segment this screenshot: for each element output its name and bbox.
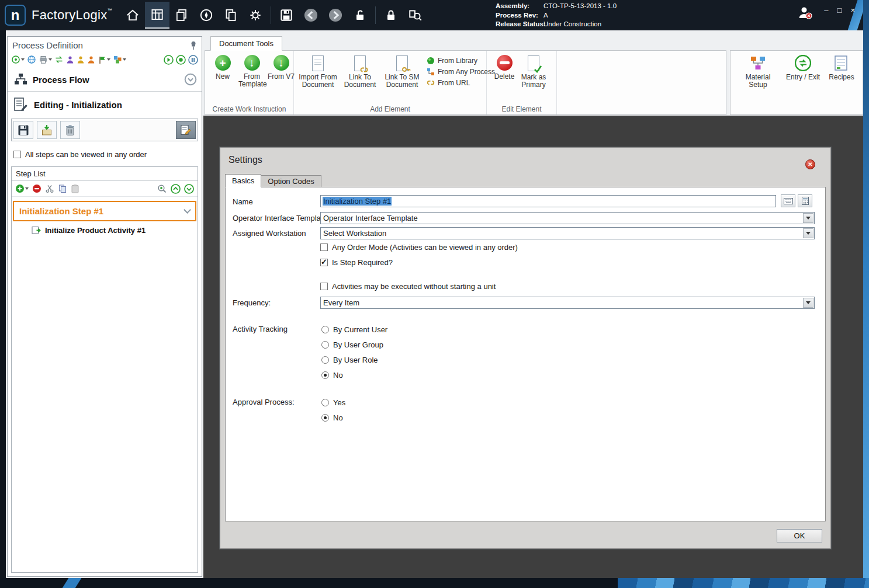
recipes-button[interactable]: Recipes bbox=[827, 55, 856, 105]
keypad-button[interactable] bbox=[798, 194, 812, 207]
from-v7-button[interactable]: ↓ From V7 bbox=[266, 55, 296, 81]
download-circle-icon: ↓ bbox=[273, 55, 289, 71]
settings-tabs: Basics Option Codes bbox=[225, 174, 321, 187]
ok-button[interactable]: OK bbox=[777, 529, 822, 542]
dropdown-arrow-icon[interactable] bbox=[803, 298, 813, 308]
documents-icon[interactable] bbox=[219, 2, 243, 29]
step-item-initialization[interactable]: Initialization Step #1 bbox=[13, 201, 196, 221]
assigned-workstation-combobox[interactable]: Select Workstation bbox=[320, 227, 815, 239]
approval-yes-radio[interactable] bbox=[321, 399, 329, 406]
any-order-mode-checkbox[interactable] bbox=[320, 243, 328, 251]
material-setup-button[interactable]: Material Setup bbox=[737, 55, 779, 105]
dropdown-arrow-icon[interactable] bbox=[803, 213, 813, 223]
dropdown-arrow-icon[interactable] bbox=[803, 228, 813, 238]
unlock-icon[interactable] bbox=[348, 2, 372, 29]
user-purple-icon[interactable] bbox=[66, 54, 74, 65]
save-icon[interactable] bbox=[274, 2, 299, 29]
dialog-close-icon[interactable]: ✕ bbox=[805, 159, 815, 169]
edit-work-instruction-button[interactable] bbox=[176, 121, 196, 139]
activity-by-user-role-radio[interactable] bbox=[321, 356, 329, 364]
view-options-icon[interactable] bbox=[11, 54, 25, 65]
operator-interface-template-combobox[interactable]: Operator Interface Template bbox=[320, 212, 815, 224]
new-button[interactable]: + New bbox=[208, 55, 237, 81]
print-icon[interactable] bbox=[39, 54, 52, 65]
chevron-down-icon[interactable] bbox=[184, 206, 191, 214]
play-circle-icon[interactable] bbox=[164, 54, 174, 65]
sync-icon[interactable] bbox=[54, 54, 64, 65]
cube-icon[interactable] bbox=[113, 54, 126, 65]
entry-exit-icon bbox=[795, 55, 811, 71]
home-icon[interactable] bbox=[120, 2, 145, 29]
delete-element-button[interactable]: Delete bbox=[490, 55, 519, 81]
activity-by-user-group-radio[interactable] bbox=[321, 341, 329, 349]
globe-icon[interactable] bbox=[27, 54, 36, 65]
save-step-button[interactable] bbox=[13, 121, 33, 139]
move-up-icon[interactable] bbox=[171, 183, 181, 194]
editing-item: Editing - Initialization bbox=[8, 91, 202, 117]
pause-circle-icon[interactable] bbox=[188, 54, 198, 65]
link-to-document-button[interactable]: Link To Document bbox=[339, 55, 381, 89]
frequency-value: Every Item bbox=[323, 298, 359, 307]
import-step-button[interactable] bbox=[37, 121, 57, 139]
from-url-button[interactable]: From URL bbox=[427, 79, 495, 87]
forward-icon[interactable] bbox=[323, 2, 348, 29]
activity-by-current-user-radio[interactable] bbox=[321, 326, 329, 333]
gear-icon[interactable] bbox=[243, 2, 268, 29]
group-caption: Create Work Instruction bbox=[205, 105, 293, 113]
add-step-icon[interactable] bbox=[15, 183, 29, 194]
process-stack-icon[interactable] bbox=[169, 2, 194, 29]
titlebar-toolbar bbox=[120, 0, 428, 30]
approval-no-label: No bbox=[333, 413, 343, 422]
from-template-button[interactable]: ↓ From Template bbox=[237, 55, 266, 88]
close-button[interactable]: × bbox=[850, 6, 855, 15]
minimize-button[interactable]: – bbox=[824, 6, 828, 15]
keyboard-button[interactable] bbox=[781, 194, 795, 207]
cut-icon[interactable] bbox=[45, 183, 54, 194]
compass-icon[interactable] bbox=[194, 2, 219, 29]
mark-as-primary-button[interactable]: Mark as Primary bbox=[519, 55, 548, 89]
entry-exit-button[interactable]: Entry / Exit bbox=[782, 55, 824, 105]
process-flow-item[interactable]: Process Flow bbox=[8, 68, 202, 91]
record-circle-icon[interactable] bbox=[176, 54, 186, 65]
maximize-button[interactable]: □ bbox=[837, 6, 842, 15]
zoom-add-icon[interactable] bbox=[157, 183, 167, 194]
paste-icon[interactable] bbox=[71, 183, 79, 194]
tab-basics[interactable]: Basics bbox=[225, 174, 261, 187]
flag-icon[interactable] bbox=[98, 54, 110, 65]
import-from-document-button[interactable]: Import From Document bbox=[297, 55, 339, 89]
assigned-workstation-value: Select Workstation bbox=[323, 229, 386, 238]
audit-search-icon[interactable] bbox=[403, 2, 428, 29]
process-editor-icon[interactable] bbox=[145, 2, 169, 29]
user-orange-icon[interactable] bbox=[87, 54, 95, 65]
delete-step-button[interactable] bbox=[60, 121, 80, 139]
link-to-sm-document-button[interactable]: Link To SM Document bbox=[381, 55, 423, 89]
tab-document-tools[interactable]: Document Tools bbox=[210, 36, 282, 51]
is-step-required-checkbox[interactable] bbox=[320, 259, 328, 266]
remove-step-icon[interactable] bbox=[32, 183, 41, 194]
activity-no-radio[interactable] bbox=[321, 371, 329, 379]
process-rev-label: Process Rev: bbox=[496, 11, 543, 20]
collapse-circle-icon[interactable] bbox=[184, 73, 197, 86]
activity-by-user-role-row: By User Role bbox=[321, 356, 378, 364]
assembly-info: Assembly:CTO-TP-5-13-2013 - 1.0 Process … bbox=[496, 2, 617, 29]
move-down-icon[interactable] bbox=[184, 183, 194, 194]
back-icon[interactable] bbox=[299, 2, 323, 29]
user-logout-icon[interactable] bbox=[797, 5, 813, 21]
activity-item-initialize-product[interactable]: Initialize Product Activity #1 bbox=[12, 222, 198, 238]
any-order-mode-row: Any Order Mode (Activities can be viewed… bbox=[320, 243, 518, 252]
user-gold-icon[interactable] bbox=[77, 54, 85, 65]
lock-icon[interactable] bbox=[379, 2, 403, 29]
tab-option-codes[interactable]: Option Codes bbox=[261, 175, 321, 187]
copy-icon[interactable] bbox=[58, 183, 67, 194]
name-input[interactable]: Initialization Step #1 bbox=[320, 195, 776, 207]
approval-no-radio[interactable] bbox=[321, 414, 329, 422]
client-area: Process Definition Process Flow bbox=[6, 30, 863, 578]
activities-without-unit-checkbox[interactable] bbox=[320, 283, 328, 290]
from-any-process-button[interactable]: From Any Process bbox=[427, 68, 495, 76]
from-library-button[interactable]: From Library bbox=[427, 57, 495, 65]
activity-icon bbox=[32, 225, 41, 235]
frequency-combobox[interactable]: Every Item bbox=[320, 297, 815, 309]
pin-icon[interactable] bbox=[190, 41, 197, 50]
all-steps-any-order-checkbox[interactable] bbox=[13, 151, 21, 158]
is-step-required-row: Is Step Required? bbox=[320, 258, 393, 267]
